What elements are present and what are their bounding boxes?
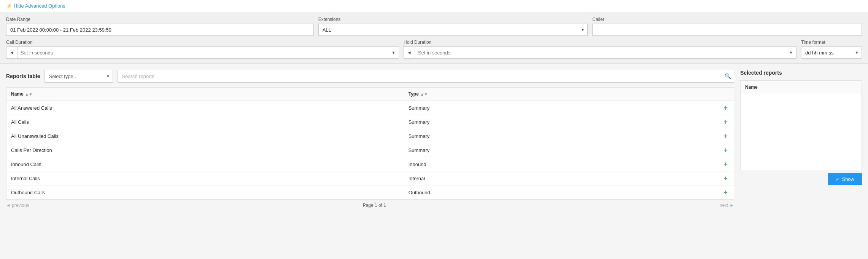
pagination: ◄ previous Page 1 of 1 next ► [6, 200, 734, 211]
table-cell-type: Summary [404, 115, 620, 129]
hold-duration-dropdown-icon[interactable]: ▼ [786, 50, 796, 55]
add-report-button[interactable]: + [722, 104, 729, 111]
reports-section: Reports table Select type.. Summary Inbo… [6, 70, 734, 211]
advanced-options-panel: Date Range Extensions ALL ▼ Caller Call … [0, 12, 868, 64]
caller-input[interactable] [592, 24, 862, 36]
table-cell-type: Internal [404, 171, 620, 185]
extensions-select[interactable]: ALL [318, 24, 588, 36]
type-select-wrapper: Select type.. Summary Inbound Internal O… [45, 70, 113, 83]
reports-table: Name ▲▼ Type ▲▼ [6, 87, 734, 200]
call-duration-input[interactable] [17, 47, 388, 58]
content-layout: Reports table Select type.. Summary Inbo… [6, 70, 862, 211]
search-input[interactable] [118, 70, 734, 83]
table-cell-type: Summary [404, 101, 620, 115]
checkmark-icon: ✓ [836, 177, 839, 182]
table-cell-type: Inbound [404, 157, 620, 171]
filter-row-1: Date Range Extensions ALL ▼ Caller [6, 17, 862, 36]
time-format-select-wrapper: dd hh mm ss hh mm ss mm ss ss ▼ [801, 46, 862, 59]
top-bar: ⚡ Hide Advanced Options [0, 0, 868, 12]
extensions-label: Extensions [318, 17, 588, 22]
type-sort-icon[interactable]: ▲▼ [420, 92, 428, 96]
selected-table: Name [740, 80, 862, 170]
hide-advanced-label: Hide Advanced Options [14, 3, 65, 9]
add-report-button[interactable]: + [722, 161, 729, 168]
time-format-select[interactable]: dd hh mm ss hh mm ss mm ss ss [801, 46, 862, 59]
table-cell-add: + [620, 171, 734, 185]
table-cell-name: Calls Per Direction [6, 143, 404, 157]
search-icon: 🔍 [725, 73, 731, 79]
table-cell-name: Internal Calls [6, 171, 404, 185]
table-cell-type: Summary [404, 143, 620, 157]
table-row: All Unanswalled Calls Summary + [6, 129, 734, 143]
table-cell-add: + [620, 143, 734, 157]
type-select[interactable]: Select type.. Summary Inbound Internal O… [45, 70, 113, 83]
table-cell-add: + [620, 157, 734, 171]
name-sort-icon[interactable]: ▲▼ [25, 92, 33, 96]
col-type-header: Type ▲▼ [404, 88, 620, 101]
search-button[interactable]: 🔍 [725, 73, 731, 79]
selected-reports-section: Selected reports Name ✓ Show [740, 70, 862, 211]
previous-link[interactable]: ◄ previous [6, 203, 29, 208]
selected-name-header: Name [741, 81, 862, 94]
table-cell-name: All Unanswalled Calls [6, 129, 404, 143]
time-format-label: Time format [801, 40, 862, 45]
hold-duration-label: Hold Duration [404, 40, 796, 45]
selected-empty-row [741, 94, 862, 170]
next-link[interactable]: next ► [720, 203, 734, 208]
hold-duration-input[interactable] [415, 47, 786, 58]
table-row: All Answered Calls Summary + [6, 101, 734, 115]
name-column-label: Name [11, 91, 24, 97]
date-range-input[interactable] [6, 24, 314, 36]
type-column-label: Type [409, 91, 419, 97]
selected-table-body [741, 94, 862, 170]
table-cell-add: + [620, 129, 734, 143]
main-content: Reports table Select type.. Summary Inbo… [0, 64, 868, 254]
lightning-icon: ⚡ [6, 3, 12, 9]
date-range-label: Date Range [6, 17, 314, 22]
col-action-header [620, 88, 734, 101]
show-button-label: Show [842, 176, 854, 182]
table-cell-name: All Calls [6, 115, 404, 129]
add-report-button[interactable]: + [722, 175, 729, 182]
hold-duration-wrapper: ◄ ▼ [404, 46, 796, 59]
table-cell-type: Outbound [404, 185, 620, 200]
table-row: Outbound Calls Outbound + [6, 185, 734, 200]
add-report-button[interactable]: + [722, 147, 729, 153]
reports-table-title: Reports table [6, 73, 40, 79]
date-range-group: Date Range [6, 17, 314, 36]
call-duration-group: Call Duration ◄ ▼ [6, 40, 399, 59]
table-row: Calls Per Direction Summary + [6, 143, 734, 157]
table-cell-name: Inbound Calls [6, 157, 404, 171]
table-row: Inbound Calls Inbound + [6, 157, 734, 171]
table-row: All Calls Summary + [6, 115, 734, 129]
hold-duration-group: Hold Duration ◄ ▼ [404, 40, 796, 59]
table-row: Internal Calls Internal + [6, 171, 734, 185]
hold-duration-left-arrow[interactable]: ◄ [404, 47, 415, 58]
selected-reports-title: Selected reports [740, 70, 862, 76]
add-report-button[interactable]: + [722, 189, 729, 196]
call-duration-left-arrow[interactable]: ◄ [6, 47, 17, 58]
table-header-row: Name ▲▼ Type ▲▼ [6, 88, 734, 101]
caller-group: Caller [592, 17, 862, 36]
table-cell-add: + [620, 115, 734, 129]
reports-header: Reports table Select type.. Summary Inbo… [6, 70, 734, 83]
call-duration-wrapper: ◄ ▼ [6, 46, 399, 59]
selected-header-row: Name [741, 81, 862, 94]
col-name-header: Name ▲▼ [6, 88, 404, 101]
table-cell-add: + [620, 185, 734, 200]
show-button[interactable]: ✓ Show [828, 173, 862, 185]
call-duration-dropdown-icon[interactable]: ▼ [388, 50, 399, 55]
table-cell-add: + [620, 101, 734, 115]
table-cell-type: Summary [404, 129, 620, 143]
add-report-button[interactable]: + [722, 133, 729, 139]
filter-row-2: Call Duration ◄ ▼ Hold Duration ◄ ▼ Time… [6, 40, 862, 59]
extensions-select-wrapper: ALL ▼ [318, 24, 588, 36]
table-cell-name: All Answered Calls [6, 101, 404, 115]
time-format-group: Time format dd hh mm ss hh mm ss mm ss s… [801, 40, 862, 59]
table-cell-name: Outbound Calls [6, 185, 404, 200]
hide-advanced-link[interactable]: ⚡ Hide Advanced Options [6, 3, 65, 9]
search-wrapper: 🔍 [118, 70, 734, 83]
caller-label: Caller [592, 17, 862, 22]
add-report-button[interactable]: + [722, 118, 729, 125]
extensions-group: Extensions ALL ▼ [318, 17, 588, 36]
